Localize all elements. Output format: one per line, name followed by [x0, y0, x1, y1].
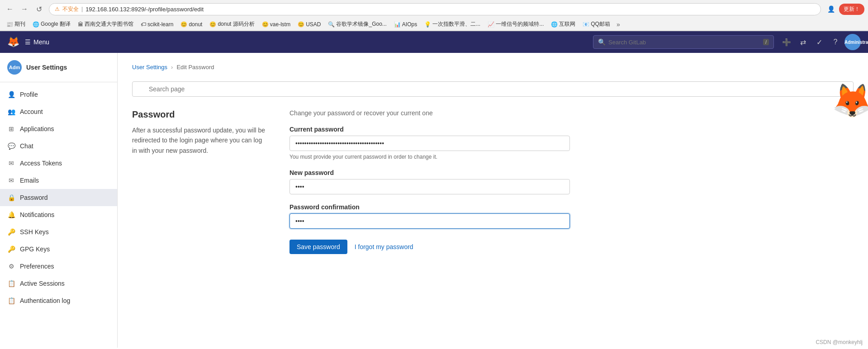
active-sessions-icon: 📋	[7, 279, 15, 288]
sidebar-item-profile[interactable]: 👤 Profile	[0, 86, 117, 103]
sidebar-item-gpg-keys[interactable]: 🔑 GPG Keys	[0, 241, 117, 258]
bookmark-scholar[interactable]: 🔍谷歌学术镜像_Goo...	[325, 19, 389, 29]
bookmark-smoothing[interactable]: 💡一次指数平滑、二...	[422, 19, 483, 29]
address-bar[interactable]: ⚠ 不安全 | 192.168.160.132:8929/-/profile/p…	[49, 3, 821, 15]
footer-credit: CSDN @monkeyhlj	[816, 339, 863, 345]
bookmark-sklearn[interactable]: 🏷scikit-learn	[138, 20, 176, 28]
bookmark-donut[interactable]: 😊donut	[178, 20, 205, 28]
sidebar-item-preferences[interactable]: ⚙ Preferences	[0, 258, 117, 275]
bookmark-label-vae: vae-lstm	[270, 21, 290, 28]
sidebar-label-emails: Emails	[20, 177, 39, 184]
bookmark-library[interactable]: 🏛西南交通大学图书馆	[75, 19, 136, 29]
auth-log-icon: 📋	[7, 297, 15, 305]
forgot-password-link[interactable]: I forgot my password	[355, 243, 413, 250]
breadcrumb-separator: ›	[171, 64, 173, 71]
sidebar-label-access-tokens: Access Tokens	[20, 160, 62, 167]
search-icon: 🔍	[598, 38, 606, 46]
bookmark-vae[interactable]: 😊vae-lstm	[259, 20, 293, 28]
bookmark-label-translate: Google 翻译	[41, 20, 71, 28]
sidebar-item-chat[interactable]: 💬 Chat	[0, 137, 117, 155]
new-password-input[interactable]	[289, 179, 570, 194]
bookmark-internet[interactable]: 🌐互联网	[548, 19, 578, 29]
gitlab-logo: 🦊	[7, 36, 19, 48]
sidebar-item-active-sessions[interactable]: 📋 Active Sessions	[0, 275, 117, 292]
password-icon: 🔒	[7, 193, 15, 202]
bookmark-icon-scholar: 🔍	[328, 21, 335, 28]
search-page-wrapper: 🔍	[132, 81, 854, 97]
breadcrumb-parent-link[interactable]: User Settings	[132, 64, 167, 71]
current-password-input[interactable]	[289, 136, 570, 151]
new-password-label: New password	[289, 169, 570, 176]
bookmarks-bar: 📰期刊 🌐Google 翻译 🏛西南交通大学图书馆 🏷scikit-learn …	[0, 18, 868, 31]
search-input[interactable]	[608, 39, 760, 46]
new-password-group: New password	[289, 169, 570, 194]
bookmark-label-internet: 互联网	[559, 20, 575, 28]
sidebar-item-auth-log[interactable]: 📋 Authentication log	[0, 292, 117, 309]
confirm-password-group: Password confirmation	[289, 203, 570, 229]
sidebar-item-notifications[interactable]: 🔔 Notifications	[0, 206, 117, 223]
bookmark-usad[interactable]: 😊USAD	[295, 20, 323, 28]
breadcrumb-current: Edit Password	[176, 64, 214, 71]
gpg-keys-icon: 🔑	[7, 245, 15, 253]
user-avatar-btn[interactable]: Administrato	[844, 34, 861, 50]
plus-icon-btn[interactable]: ➕	[779, 35, 794, 49]
access-tokens-icon: ✉	[7, 159, 15, 167]
profile-icon: 👤	[7, 90, 15, 99]
menu-button[interactable]: ☰ Menu	[25, 38, 49, 46]
bookmark-journals[interactable]: 📰期刊	[4, 19, 28, 29]
applications-icon: ⊞	[7, 125, 15, 133]
notifications-icon: 🔔	[7, 211, 15, 219]
save-password-button[interactable]: Save password	[289, 240, 347, 254]
sidebar-label-active-sessions: Active Sessions	[20, 280, 65, 287]
bookmark-icon-aiops: 📊	[394, 21, 401, 28]
header-search[interactable]: 🔍 /	[593, 35, 774, 49]
profile-icon-btn[interactable]: 👤	[825, 3, 837, 15]
issues-btn[interactable]: ✓	[812, 35, 826, 49]
form-right: Change your password or recover your cur…	[289, 109, 570, 254]
form-layout: Password After a successful password upd…	[132, 109, 854, 254]
help-btn[interactable]: ?	[828, 35, 843, 49]
security-label: 不安全	[62, 5, 79, 13]
bookmarks-overflow: »	[615, 21, 622, 28]
bookmark-icon-smoothing: 💡	[424, 21, 431, 28]
confirm-password-input[interactable]	[289, 213, 570, 229]
sidebar-item-access-tokens[interactable]: ✉ Access Tokens	[0, 155, 117, 172]
sidebar-item-applications[interactable]: ⊞ Applications	[0, 120, 117, 137]
sidebar-label-preferences: Preferences	[20, 263, 54, 270]
sidebar-item-ssh-keys[interactable]: 🔑 SSH Keys	[0, 223, 117, 241]
security-icon: ⚠	[55, 6, 60, 12]
bookmark-label-journals: 期刊	[14, 20, 25, 28]
back-button[interactable]: ←	[4, 3, 16, 15]
address-separator: |	[81, 6, 83, 12]
bookmark-label-usad: USAD	[306, 21, 321, 28]
update-button[interactable]: 更新！	[839, 4, 864, 15]
emails-icon: ✉	[7, 176, 15, 184]
forward-button[interactable]: →	[18, 3, 31, 15]
sidebar-item-account[interactable]: 👥 Account	[0, 103, 117, 120]
bookmark-donut-src[interactable]: 😊donut 源码分析	[207, 19, 257, 29]
bookmark-label-aiops: AIOps	[402, 21, 417, 28]
sidebar-label-chat: Chat	[20, 142, 33, 150]
merge-requests-btn[interactable]: ⇄	[796, 35, 810, 49]
confirm-password-label: Password confirmation	[289, 203, 570, 211]
form-description: After a successful password update, you …	[132, 125, 268, 156]
bookmark-translate[interactable]: 🌐Google 翻译	[30, 19, 73, 29]
search-slash: /	[763, 39, 769, 45]
browser-toolbar: ← → ↺ ⚠ 不安全 | 192.168.160.132:8929/-/pro…	[0, 0, 868, 18]
preferences-icon: ⚙	[7, 262, 15, 270]
sidebar-item-emails[interactable]: ✉ Emails	[0, 172, 117, 189]
bookmark-icon-vae: 😊	[262, 21, 269, 28]
content-area: User Settings › Edit Password 🔍 Password…	[118, 53, 868, 348]
sidebar-item-password[interactable]: 🔒 Password	[0, 189, 117, 206]
bookmark-signal[interactable]: 📈一维信号的频域特...	[485, 19, 546, 29]
sidebar-header: Adm User Settings	[0, 53, 117, 82]
bookmark-label-donut: donut	[189, 21, 202, 28]
bookmark-qq[interactable]: 📧QQ邮箱	[580, 19, 613, 29]
bookmark-aiops[interactable]: 📊AIOps	[391, 20, 420, 28]
search-page-container: 🔍	[132, 81, 854, 97]
address-text: 192.168.160.132:8929/-/profile/password/…	[85, 6, 815, 13]
current-password-group: Current password You must provide your c…	[289, 126, 570, 160]
bookmark-icon-signal: 📈	[488, 21, 494, 28]
search-page-input[interactable]	[132, 81, 854, 97]
reload-button[interactable]: ↺	[33, 3, 45, 15]
